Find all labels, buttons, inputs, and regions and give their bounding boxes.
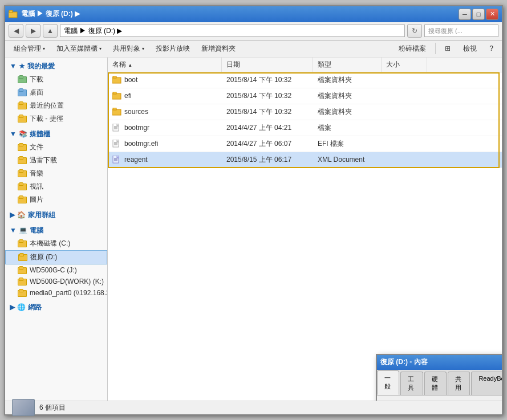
download-shortcut-label: 下載 - 捷徑 — [30, 114, 63, 124]
sidebar-item-recent[interactable]: 最近的位置 — [5, 99, 107, 112]
status-drive-icon — [12, 399, 35, 416]
favorites-section: ▼ ★ 我的最愛 下載 桌面 最近的位置 下載 — [5, 60, 107, 125]
sidebar-item-video[interactable]: 視訊 — [5, 180, 107, 193]
sidebar-item-k[interactable]: WD500G-D(WORK) (K:) — [5, 276, 107, 287]
sidebar-item-d[interactable]: 復原 (D:) — [5, 250, 107, 264]
folder-icon — [18, 101, 27, 109]
table-row[interactable]: reagent 2015/8/15 上午 06:17 XML Document — [108, 152, 502, 168]
view-options-button[interactable]: 檢視 — [458, 42, 482, 55]
homegroup-header[interactable]: ▶ 🏠 家用群組 — [5, 209, 107, 222]
col-header-name[interactable]: 名稱 ▲ — [108, 58, 222, 72]
computer-header[interactable]: ▼ 💻 電腦 — [5, 224, 107, 237]
col-header-date[interactable]: 日期 — [222, 58, 313, 72]
search-input[interactable]: 搜尋復原 (... — [424, 25, 498, 37]
folder-icon — [18, 88, 27, 96]
file-name: reagent — [124, 156, 148, 164]
file-size-cell — [382, 94, 427, 97]
close-button[interactable]: ✕ — [486, 9, 498, 20]
col-header-type[interactable]: 類型 — [313, 58, 382, 72]
help-button[interactable]: ? — [484, 42, 498, 55]
network-header[interactable]: ▶ 🌐 網路 — [5, 301, 107, 314]
sidebar-item-docs[interactable]: 文件 — [5, 141, 107, 154]
file-name: bootmgr — [124, 124, 149, 132]
sidebar-item-j[interactable]: WD500G-C (J:) — [5, 264, 107, 276]
file-date-cell: 2015/8/14 下午 10:32 — [222, 74, 313, 87]
back-button[interactable]: ◀ — [9, 24, 23, 38]
file-type-cell: XML Document — [313, 154, 382, 165]
up-button[interactable]: ▲ — [43, 24, 58, 38]
file-size-cell — [382, 126, 427, 129]
view-button[interactable]: ⊞ — [440, 42, 456, 55]
tab-tools[interactable]: 工具 — [400, 372, 423, 395]
title-bar: 電腦 ▶ 復原 (D:) ▶ ─ □ ✕ — [5, 6, 502, 22]
file-size-cell — [382, 110, 427, 113]
z-drive-label: media0_part0 (\\192.168.2.178) (Z:) — [30, 289, 108, 297]
col-date-label: 日期 — [226, 60, 240, 68]
add-to-media-button[interactable]: 加入至媒體櫃 ▾ — [51, 42, 107, 55]
homegroup-expand-icon: ▶ — [10, 211, 15, 219]
file-name-cell: bootmgr — [108, 122, 222, 133]
share-button[interactable]: 共用對象 ▾ — [108, 42, 149, 55]
tab-sharing-label: 共用 — [455, 376, 461, 391]
svg-rect-1 — [9, 10, 13, 13]
homegroup-label: 家用群組 — [28, 210, 55, 220]
file-name-cell: efi — [108, 90, 222, 101]
desktop-label: 桌面 — [30, 88, 43, 97]
tab-hardware[interactable]: 硬體 — [424, 372, 447, 395]
address-text: 電腦 ▶ 復原 (D:) ▶ — [64, 26, 122, 36]
organize-button[interactable]: 組合管理 ▾ — [9, 42, 50, 55]
new-folder-button[interactable]: 新增資料夾 — [196, 42, 241, 55]
table-row[interactable]: efi 2015/8/14 下午 10:32 檔案資料夾 — [108, 88, 502, 104]
table-row[interactable]: boot 2015/8/14 下午 10:32 檔案資料夾 — [108, 72, 502, 88]
maximize-button[interactable]: □ — [472, 9, 485, 20]
file-date-cell: 2015/8/15 上午 06:17 — [222, 153, 313, 166]
table-row[interactable]: bootmgr 2014/4/27 上午 04:21 檔案 — [108, 120, 502, 136]
sidebar-item-download-shortcut[interactable]: 下載 - 捷徑 — [5, 112, 107, 125]
minimize-button[interactable]: ─ — [459, 9, 471, 20]
favorites-header[interactable]: ▼ ★ 我的最愛 — [5, 60, 107, 73]
network-expand-icon: ▶ — [10, 303, 15, 311]
folder-icon — [9, 10, 18, 18]
dialog-body: 復原 類型： 本機磁碟 檔案系統： FAT32 — [377, 395, 502, 401]
media-header[interactable]: ▼ 📚 媒體櫃 — [5, 128, 107, 141]
media-lib-icon: 📚 — [19, 130, 27, 138]
help-icon: ? — [489, 44, 493, 52]
tab-sharing[interactable]: 共用 — [448, 372, 470, 395]
tab-readyboost[interactable]: ReadyBoost — [471, 372, 502, 395]
sidebar-item-c[interactable]: 本機磁碟 (C:) — [5, 237, 107, 250]
drive-icon — [18, 253, 27, 261]
slideshow-button[interactable]: 投影片放映 — [151, 42, 195, 55]
computer-section: ▼ 💻 電腦 本機磁碟 (C:) 復原 (D:) WD500G-C (J:) — [5, 224, 107, 299]
sidebar-item-thunder[interactable]: 迅雷下載 — [5, 154, 107, 167]
file-name: bootmgr.efi — [124, 140, 158, 148]
sidebar-item-pictures[interactable]: 圖片 — [5, 193, 107, 206]
music-label: 音樂 — [30, 169, 43, 178]
sidebar-item-download[interactable]: 下載 — [5, 73, 107, 86]
media-expand-icon: ▼ — [10, 130, 17, 138]
j-drive-label: WD500G-C (J:) — [30, 266, 77, 274]
dialog-tabs: 一般 工具 硬體 共用 ReadyBoost 以前的版本 — [377, 370, 502, 395]
title-controls: ─ □ ✕ — [459, 9, 498, 20]
drive-icon — [18, 239, 27, 247]
file-type-cell: 檔案 — [313, 121, 382, 134]
table-row[interactable]: sources 2015/8/14 下午 10:32 檔案資料夾 — [108, 104, 502, 120]
defrag-button[interactable]: 粉碎檔案 — [394, 42, 431, 55]
col-header-size[interactable]: 大小 — [382, 58, 427, 72]
refresh-button[interactable]: ↻ — [407, 24, 422, 38]
file-date-cell: 2014/4/27 上午 06:07 — [222, 137, 313, 150]
folder-icon — [18, 143, 27, 151]
properties-dialog: 復原 (D:) - 內容 ✕ 一般 工具 硬體 共用 — [376, 354, 502, 401]
forward-button[interactable]: ▶ — [26, 24, 40, 38]
col-type-label: 類型 — [318, 60, 331, 68]
status-bar: 6 個項目 — [5, 401, 502, 414]
folder-file-icon — [112, 76, 121, 84]
sidebar-item-music[interactable]: 音樂 — [5, 167, 107, 180]
thunder-label: 迅雷下載 — [30, 156, 57, 165]
address-input[interactable]: 電腦 ▶ 復原 (D:) ▶ — [60, 25, 405, 37]
docs-label: 文件 — [30, 142, 43, 152]
sidebar-item-z[interactable]: media0_part0 (\\192.168.2.178) (Z:) — [5, 287, 107, 299]
tab-general[interactable]: 一般 — [377, 370, 399, 395]
sidebar-item-desktop[interactable]: 桌面 — [5, 86, 107, 99]
table-row[interactable]: bootmgr.efi 2014/4/27 上午 06:07 EFI 檔案 — [108, 136, 502, 152]
file-icon — [112, 140, 121, 148]
